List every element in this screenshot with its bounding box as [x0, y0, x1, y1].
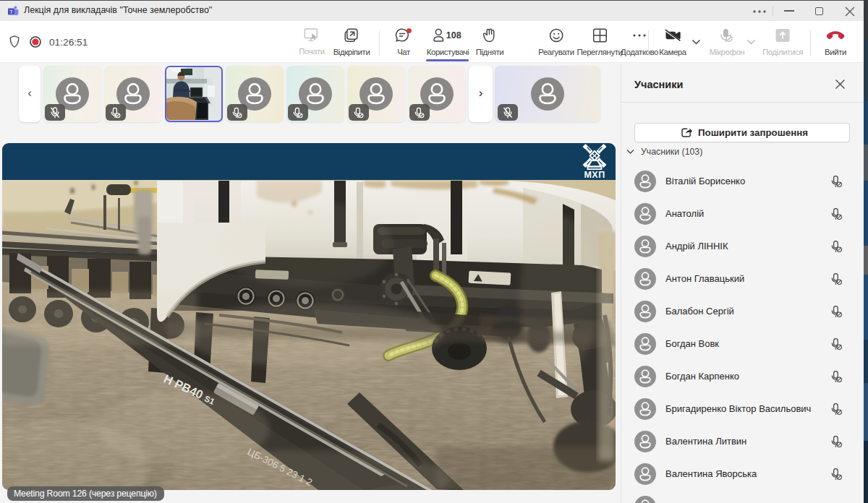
- svg-text:МХП: МХП: [584, 170, 605, 180]
- svg-text:T: T: [9, 9, 13, 15]
- svg-text:108: 108: [446, 30, 461, 40]
